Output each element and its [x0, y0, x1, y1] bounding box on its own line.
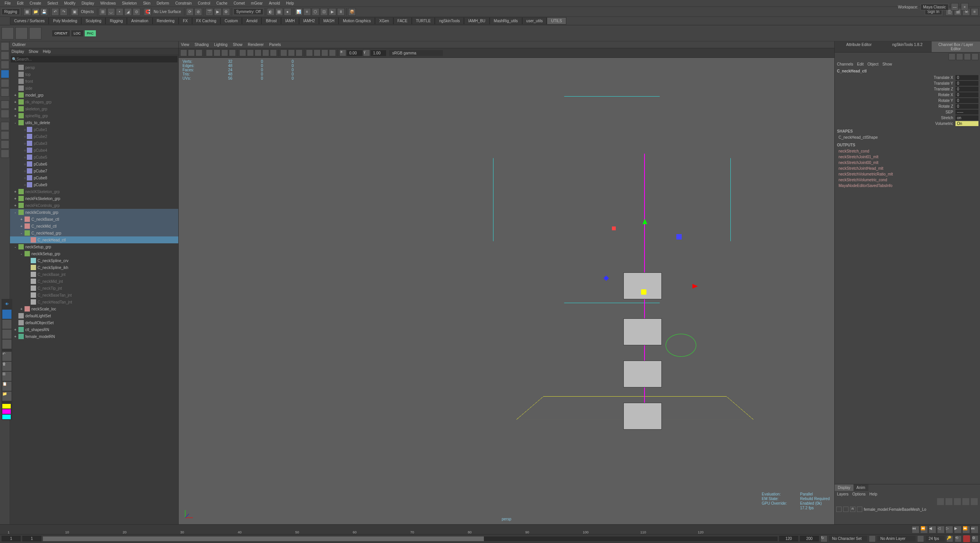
visibility-icon[interactable]: ○ [24, 169, 26, 173]
view-four-icon[interactable] [1, 131, 9, 139]
expand-toggle-icon[interactable]: - [13, 210, 18, 215]
paint-tool-icon[interactable] [1, 61, 9, 69]
step-fwd-icon[interactable]: ▶ [954, 526, 962, 533]
channel-value-field[interactable]: 0 [955, 104, 978, 109]
brush-icon[interactable] [2, 330, 12, 339]
channel-row[interactable]: Translate Z0 [835, 86, 980, 92]
vp-xray-icon[interactable] [288, 49, 295, 56]
vp-ao-icon[interactable] [306, 49, 313, 56]
tab-channelbox[interactable]: Channel Box / Layer Editor [932, 41, 980, 52]
outliner-item[interactable]: +ctl_shapesRN [10, 326, 178, 333]
outliner-item[interactable]: C_neckSpline_crv [10, 257, 178, 264]
shelf-tab[interactable]: Sculpting [81, 17, 105, 25]
layer-display-type[interactable]: R [850, 507, 855, 512]
vp-gamma-icon[interactable]: γ [363, 49, 370, 56]
dope-icon[interactable]: ≡ [303, 8, 311, 16]
shelf-tab-active[interactable]: UTILS [547, 17, 566, 25]
color-cyan-swatch[interactable] [2, 415, 11, 419]
tab-ngskintools[interactable]: ngSkinTools 1.8.2 [883, 41, 931, 52]
mid-control-wireframe[interactable] [666, 334, 696, 357]
history-off-icon[interactable]: ⊘ [194, 8, 202, 16]
expand-toggle-icon[interactable]: + [13, 190, 18, 194]
step-back-key-icon[interactable]: ⏪ [920, 526, 928, 533]
range-min-field[interactable]: 1 [2, 536, 21, 541]
shelf-tab[interactable]: Motion Graphics [339, 17, 375, 25]
step-fwd-key-icon[interactable]: ⏩ [962, 526, 970, 533]
channel-icon[interactable] [972, 53, 978, 60]
shelf-tab[interactable]: FX Caching [192, 17, 220, 25]
eraser-icon[interactable] [2, 340, 12, 349]
sync-icon[interactable]: ⟲ [955, 535, 962, 542]
visibility-icon[interactable]: ○ [24, 148, 26, 153]
shelf-tab[interactable]: TURTLE [412, 17, 435, 25]
view-menu-lighting[interactable]: Lighting [214, 43, 227, 47]
live-surface-icon[interactable]: 🧲 [144, 8, 151, 16]
shelf-tab[interactable]: Custom [220, 17, 242, 25]
outliner-item[interactable]: defaultObjectSet [10, 319, 178, 326]
shelf-tab[interactable]: Animation [127, 17, 152, 25]
menu-constrain[interactable]: Constrain [172, 0, 195, 6]
outliner-item[interactable]: ○pCube2 [10, 133, 178, 140]
wireframe-icon[interactable]: ▦ [275, 8, 283, 16]
channel-value-field[interactable]: 0 [955, 81, 978, 86]
outliner-item[interactable]: ○pCube3 [10, 140, 178, 147]
menu-help[interactable]: Help [283, 0, 297, 6]
hyper-icon[interactable]: ⬡ [312, 8, 319, 16]
outliner-item[interactable]: -neckSetup_grp [10, 243, 178, 250]
redo-icon[interactable]: ↷ [60, 8, 67, 16]
range-max-field[interactable]: 200 [800, 536, 819, 541]
outliner-item[interactable]: +C_neckMid_ctl [10, 223, 178, 230]
expand-toggle-icon[interactable]: + [13, 114, 18, 118]
cube-mesh[interactable] [623, 361, 662, 387]
manipulator-plane-icon[interactable] [612, 226, 616, 230]
expand-toggle-icon[interactable]: + [13, 328, 18, 332]
outliner-item[interactable]: +skeleton_grp [10, 105, 178, 112]
expand-toggle-icon[interactable]: - [19, 252, 24, 256]
anim-layer-dropdown[interactable]: No Anim Layer [877, 536, 916, 541]
pac-button[interactable]: PAC [85, 30, 96, 36]
view-persp-icon[interactable] [1, 140, 9, 149]
channelbox-menu-show[interactable]: Show [882, 62, 892, 66]
layers-menu-options[interactable]: Options [852, 492, 865, 496]
shelf-tab[interactable]: FACE [393, 17, 412, 25]
orient-button[interactable]: ORIENT [52, 30, 70, 36]
shelf-tab[interactable]: XGen [375, 17, 393, 25]
outliner-item[interactable]: C_neckHead_ctl [10, 236, 178, 243]
select-tool-icon[interactable] [1, 42, 9, 51]
outliner-item[interactable]: ○pCube6 [10, 161, 178, 167]
view-single-icon[interactable] [1, 122, 9, 130]
cursor-icon[interactable] [2, 310, 12, 319]
outliner-item[interactable]: persp [10, 64, 178, 71]
outliner-item[interactable]: -neckIkControls_grp [10, 209, 178, 216]
cube-mesh[interactable] [623, 403, 662, 430]
node-icon[interactable]: ⊡ [320, 8, 328, 16]
channel-value-field[interactable]: On [955, 121, 978, 126]
outliner-item[interactable]: ○pCube7 [10, 167, 178, 174]
outliner-menu-display[interactable]: Display [12, 49, 24, 54]
play-back-icon[interactable]: ◁ [937, 526, 945, 533]
channel-value-field[interactable]: 0 [955, 98, 978, 103]
channel-row[interactable]: Rotate Y0 [835, 98, 980, 103]
cube-mesh[interactable] [623, 318, 662, 345]
vp-dof-icon[interactable] [329, 49, 336, 56]
outliner-item[interactable]: +neckFkSkeleton_grp [10, 195, 178, 202]
range-loop-icon[interactable]: ↻ [821, 535, 827, 542]
vp-gamma-field[interactable]: 1.00 [371, 50, 386, 56]
shelf-tab[interactable]: IAMH2 [299, 17, 319, 25]
vp-res-gate-icon[interactable] [229, 49, 236, 56]
color-yellow-swatch[interactable] [2, 404, 11, 408]
select-mode-icon[interactable]: ▣ [71, 8, 79, 16]
save-icon[interactable]: 💾 [40, 8, 48, 16]
outliner-item[interactable]: ○pCube4 [10, 147, 178, 154]
manipulator-center-icon[interactable] [641, 289, 646, 295]
outliner-item[interactable]: ○pCube9 [10, 181, 178, 188]
shelf-tab[interactable]: IAMH_BU [464, 17, 489, 25]
visibility-icon[interactable]: ○ [24, 141, 26, 146]
expand-toggle-icon[interactable]: + [13, 197, 18, 201]
snap-plane-icon[interactable]: ◢ [124, 8, 132, 16]
visibility-icon[interactable]: ○ [24, 162, 26, 166]
last-tool-icon[interactable] [1, 100, 9, 109]
vp-joints-icon[interactable] [296, 49, 303, 56]
shelf-tab[interactable]: user_utils [522, 17, 547, 25]
menu-select[interactable]: Select [44, 0, 61, 6]
